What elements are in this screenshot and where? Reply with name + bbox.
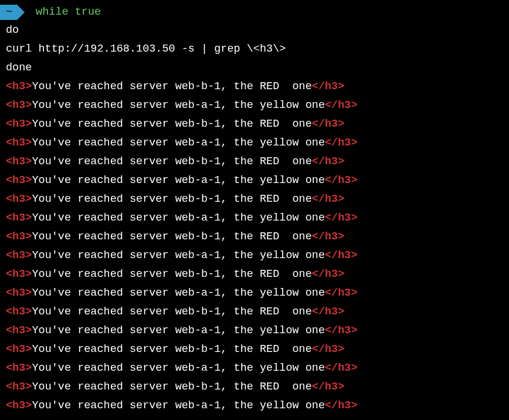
h3-close-tag: </h3> xyxy=(312,231,345,243)
h3-open-tag: <h3> xyxy=(6,118,32,130)
output-body: You've reached server web-a-1, the yello… xyxy=(32,174,325,187)
h3-open-tag: <h3> xyxy=(6,99,32,111)
command-done[interactable]: done xyxy=(0,59,509,77)
output-body: You've reached server web-b-1, the RED o… xyxy=(32,381,311,393)
output-body: You've reached server web-a-1, the yello… xyxy=(32,212,325,224)
keyword-while: while xyxy=(36,6,69,18)
h3-close-tag: </h3> xyxy=(312,343,345,355)
output-body: You've reached server web-b-1, the RED o… xyxy=(32,343,311,355)
output-line: <h3>You've reached server web-a-1, the y… xyxy=(0,397,509,415)
output-line: <h3>You've reached server web-a-1, the y… xyxy=(0,321,509,340)
output-body: You've reached server web-b-1, the RED o… xyxy=(32,193,311,205)
h3-close-tag: </h3> xyxy=(325,399,358,412)
h3-open-tag: <h3> xyxy=(6,362,32,374)
output-body: You've reached server web-a-1, the yello… xyxy=(32,287,325,299)
h3-open-tag: <h3> xyxy=(6,174,32,187)
output-body: You've reached server web-a-1, the yello… xyxy=(32,399,325,412)
h3-close-tag: </h3> xyxy=(312,193,345,205)
prompt-command: while true xyxy=(36,3,101,22)
h3-open-tag: <h3> xyxy=(6,268,32,280)
output-line: <h3>You've reached server web-a-1, the y… xyxy=(0,246,509,265)
h3-open-tag: <h3> xyxy=(6,287,32,299)
h3-close-tag: </h3> xyxy=(312,306,345,318)
h3-open-tag: <h3> xyxy=(6,249,32,262)
output-line: <h3>You've reached server web-b-1, the R… xyxy=(0,340,509,359)
prompt-line[interactable]: ~ while true xyxy=(0,4,509,21)
output-line: <h3>You've reached server web-b-1, the R… xyxy=(0,228,509,246)
output-body: You've reached server web-b-1, the RED o… xyxy=(32,231,311,243)
h3-open-tag: <h3> xyxy=(6,381,32,393)
h3-open-tag: <h3> xyxy=(6,399,32,412)
h3-close-tag: </h3> xyxy=(312,268,345,280)
command-do[interactable]: do xyxy=(0,21,509,40)
output-body: You've reached server web-b-1, the RED o… xyxy=(32,80,311,93)
output-body: You've reached server web-a-1, the yello… xyxy=(32,362,325,374)
h3-close-tag: </h3> xyxy=(312,118,345,130)
output-line: <h3>You've reached server web-a-1, the y… xyxy=(0,96,509,115)
output-body: You've reached server web-b-1, the RED o… xyxy=(32,306,311,318)
h3-open-tag: <h3> xyxy=(6,193,32,205)
h3-close-tag: </h3> xyxy=(325,212,358,224)
h3-close-tag: </h3> xyxy=(325,137,358,149)
h3-open-tag: <h3> xyxy=(6,343,32,355)
command-curl[interactable]: curl http://192.168.103.50 -s | grep \<h… xyxy=(0,40,509,59)
h3-open-tag: <h3> xyxy=(6,212,32,224)
keyword-true: true xyxy=(75,6,101,18)
output-line: <h3>You've reached server web-a-1, the y… xyxy=(0,209,509,228)
output-body: You've reached server web-b-1, the RED o… xyxy=(32,155,311,168)
output-line: <h3>You've reached server web-a-1, the y… xyxy=(0,284,509,303)
h3-close-tag: </h3> xyxy=(325,99,358,111)
output-body: You've reached server web-a-1, the yello… xyxy=(32,99,325,111)
output-body: You've reached server web-a-1, the yello… xyxy=(32,249,325,262)
output-line: <h3>You've reached server web-b-1, the R… xyxy=(0,115,509,134)
h3-close-tag: </h3> xyxy=(325,324,358,337)
output-line: <h3>You've reached server web-b-1, the R… xyxy=(0,265,509,284)
output-line: <h3>You've reached server web-b-1, the R… xyxy=(0,153,509,171)
output-line: <h3>You've reached server web-a-1, the y… xyxy=(0,171,509,190)
h3-open-tag: <h3> xyxy=(6,137,32,149)
h3-close-tag: </h3> xyxy=(325,174,358,187)
h3-open-tag: <h3> xyxy=(6,155,32,168)
output-body: You've reached server web-a-1, the yello… xyxy=(32,137,325,149)
h3-close-tag: </h3> xyxy=(312,155,345,168)
h3-close-tag: </h3> xyxy=(325,249,358,262)
output-line: <h3>You've reached server web-b-1, the R… xyxy=(0,303,509,321)
output-body: You've reached server web-b-1, the RED o… xyxy=(32,118,311,130)
output-body: You've reached server web-b-1, the RED o… xyxy=(32,268,311,280)
h3-close-tag: </h3> xyxy=(325,287,358,299)
output-line: <h3>You've reached server web-b-1, the R… xyxy=(0,77,509,96)
output-line: <h3>You've reached server web-b-1, the R… xyxy=(0,190,509,209)
h3-close-tag: </h3> xyxy=(312,381,345,393)
h3-open-tag: <h3> xyxy=(6,324,32,337)
output-line: <h3>You've reached server web-a-1, the y… xyxy=(0,134,509,153)
output-line: <h3>You've reached server web-b-1, the R… xyxy=(0,378,509,397)
h3-open-tag: <h3> xyxy=(6,80,32,93)
h3-close-tag: </h3> xyxy=(325,362,358,374)
h3-open-tag: <h3> xyxy=(6,231,32,243)
output-body: You've reached server web-a-1, the yello… xyxy=(32,324,325,337)
prompt-dir: ~ xyxy=(6,3,12,22)
prompt-badge: ~ xyxy=(0,5,17,20)
h3-close-tag: </h3> xyxy=(312,80,345,93)
h3-open-tag: <h3> xyxy=(6,306,32,318)
terminal-output: <h3>You've reached server web-b-1, the R… xyxy=(0,77,509,415)
output-line: <h3>You've reached server web-a-1, the y… xyxy=(0,359,509,378)
